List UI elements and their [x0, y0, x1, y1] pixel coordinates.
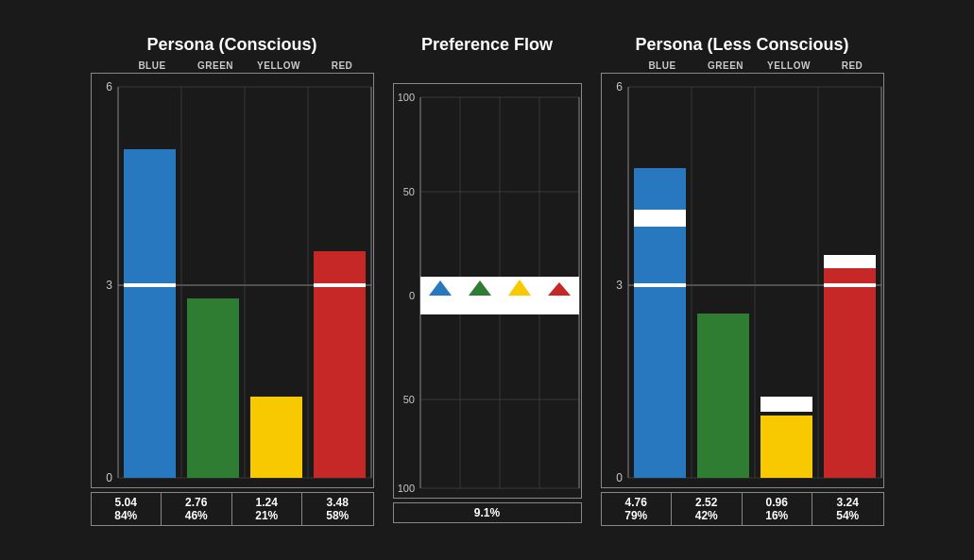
right-y-label-0: 0 [616, 471, 623, 484]
right-stat-red-pct: 54% [836, 509, 859, 522]
middle-panel: Preference Flow 100 50 0 50 100 [393, 35, 582, 523]
left-stat-blue-val: 5.04 [115, 496, 137, 509]
left-stat-blue: 5.04 84% [92, 493, 162, 525]
right-bar-yellow [760, 416, 812, 478]
right-stat-green-pct: 42% [695, 509, 718, 522]
left-col-blue: BLUE [121, 60, 184, 71]
middle-chart-svg: 100 50 0 50 100 [394, 84, 583, 500]
right-stat-yellow-val: 0.96 [766, 496, 788, 509]
right-col-red: RED [821, 60, 884, 71]
right-stat-blue-val: 4.76 [625, 496, 647, 509]
left-col-yellow: YELLOW [248, 60, 311, 71]
right-stat-green-val: 2.52 [695, 496, 717, 509]
left-stat-green: 2.76 46% [162, 493, 232, 525]
right-bar-green [697, 314, 749, 478]
left-col-red: RED [311, 60, 374, 71]
middle-chart-area: 100 50 0 50 100 [393, 83, 582, 499]
right-stat-yellow: 0.96 16% [743, 493, 813, 525]
left-panel-title: Persona (Conscious) [146, 35, 316, 55]
left-stat-yellow: 1.24 21% [232, 493, 303, 525]
left-y-label-3: 3 [106, 279, 112, 292]
mid-y-50: 50 [402, 186, 414, 197]
left-stat-red-pct: 58% [326, 509, 349, 522]
right-stats-row: 4.76 79% 2.52 42% 0.96 16% 3.24 54% [601, 492, 884, 526]
right-stat-blue: 4.76 79% [602, 493, 673, 525]
right-stat-red: 3.24 54% [812, 493, 883, 525]
right-chart-area: 6 3 0 [601, 73, 884, 488]
right-midline-red [824, 283, 876, 287]
right-col-blue: BLUE [631, 60, 694, 71]
left-bar-yellow [250, 397, 302, 478]
middle-stat: 9.1% [394, 503, 581, 522]
left-panel: Persona (Conscious) BLUE GREEN YELLOW RE… [91, 35, 374, 526]
mid-y-0: 0 [408, 290, 414, 301]
right-col-headers: BLUE GREEN YELLOW RED [601, 60, 884, 71]
left-stat-yellow-val: 1.24 [256, 496, 278, 509]
right-white-blue-top [634, 210, 686, 227]
right-white-yellow [760, 397, 812, 412]
left-bar-blue [124, 149, 176, 478]
middle-stats-row: 9.1% [393, 502, 582, 523]
left-stats-row: 5.04 84% 2.76 46% 1.24 21% 3.48 58% [91, 492, 374, 526]
left-stat-red: 3.48 58% [302, 493, 373, 525]
dashboard: Persona (Conscious) BLUE GREEN YELLOW RE… [0, 25, 974, 535]
left-y-label-6: 6 [106, 80, 112, 93]
left-stat-green-val: 2.76 [185, 496, 207, 509]
mid-y-50-bot: 50 [402, 394, 414, 405]
middle-stat-val: 9.1% [474, 506, 500, 519]
left-stat-blue-pct: 84% [114, 509, 137, 522]
left-stat-red-val: 3.48 [327, 496, 349, 509]
mid-y-100-top: 100 [397, 92, 414, 103]
left-col-green: GREEN [184, 60, 248, 71]
right-panel-title: Persona (Less Conscious) [635, 35, 848, 55]
right-stat-blue-pct: 79% [624, 509, 647, 522]
left-chart-svg: 6 3 0 [92, 74, 375, 489]
left-stat-yellow-pct: 21% [255, 509, 278, 522]
right-stat-yellow-pct: 16% [765, 509, 788, 522]
mid-y-100-bot: 100 [397, 483, 414, 494]
left-chart-area: 6 3 0 [91, 73, 374, 488]
right-stat-red-val: 3.24 [837, 496, 859, 509]
left-bar-green [187, 298, 239, 478]
left-y-label-0: 0 [106, 471, 112, 484]
middle-panel-title: Preference Flow [421, 35, 553, 55]
right-panel: Persona (Less Conscious) BLUE GREEN YELL… [601, 35, 884, 526]
left-stat-green-pct: 46% [185, 509, 208, 522]
right-col-yellow: YELLOW [758, 60, 821, 71]
left-midline-red [314, 283, 366, 287]
right-stat-green: 2.52 42% [672, 493, 743, 525]
right-y-label-3: 3 [616, 279, 623, 292]
right-y-label-6: 6 [616, 80, 623, 93]
left-col-headers: BLUE GREEN YELLOW RED [91, 60, 374, 71]
right-white-red-top [824, 255, 876, 268]
right-midline-blue [634, 283, 686, 287]
right-col-green: GREEN [694, 60, 758, 71]
right-bar-red [824, 266, 876, 478]
right-chart-svg: 6 3 0 [602, 74, 885, 489]
left-midline-blue [124, 283, 176, 287]
